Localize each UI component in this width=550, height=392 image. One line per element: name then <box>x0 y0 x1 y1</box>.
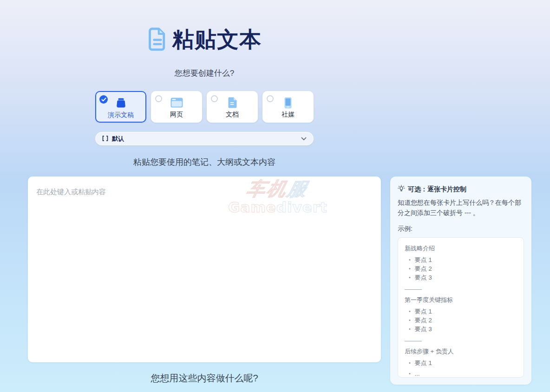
radio-unselected-icon <box>211 95 218 102</box>
action-question-label: 您想用这些内容做什么呢? <box>28 372 381 385</box>
example-bullet: •要点 1 <box>405 307 517 316</box>
example-bullet: •要点 2 <box>405 264 517 273</box>
paste-document-icon <box>147 27 168 53</box>
example-bullet: •要点 3 <box>405 325 517 333</box>
page-title: 粘贴文本 <box>172 25 262 54</box>
bullet-icon: • <box>409 307 411 316</box>
browser-icon <box>170 97 183 109</box>
radio-unselected-icon <box>155 95 162 102</box>
example-label: 示例: <box>398 225 524 233</box>
tips-body-text: 知道您想在每张卡片上写什么吗？在每个部分之间添加三个破折号 --- 。 <box>398 198 524 218</box>
bullet-icon: • <box>409 264 411 273</box>
format-card-social[interactable]: 社媒 <box>262 91 314 123</box>
template-select[interactable]: 默认 <box>95 132 314 145</box>
example-bullet: •要点 1 <box>405 359 517 367</box>
radio-unselected-icon <box>267 95 274 102</box>
paste-editor-panel: 车机服 Gamedivert <box>28 176 381 362</box>
bullet-icon: • <box>409 325 411 333</box>
example-divider: ——— <box>405 286 517 292</box>
example-card: 新战略介绍 •要点 1 •要点 2 •要点 3 ——— 第一季度关键指标 •要点… <box>398 237 524 378</box>
tips-title: 可选：逐张卡片控制 <box>408 185 466 194</box>
example-heading: 新战略介绍 <box>405 244 517 252</box>
format-card-presentation[interactable]: 演示文稿 <box>95 91 146 123</box>
brackets-icon <box>102 135 108 143</box>
example-bullet: •要点 2 <box>405 316 517 325</box>
page-header: 粘贴文本 <box>28 25 381 54</box>
format-card-document[interactable]: 文档 <box>207 91 258 123</box>
format-card-label: 社媒 <box>282 111 295 119</box>
document-icon <box>228 97 237 109</box>
format-card-webpage[interactable]: 网页 <box>151 91 202 123</box>
tips-header: 可选：逐张卡片控制 <box>398 185 524 194</box>
lightbulb-icon <box>398 185 405 194</box>
bullet-icon: • <box>409 273 411 282</box>
chevron-down-icon <box>301 137 307 141</box>
example-bullet: •要点 3 <box>405 273 517 282</box>
template-select-value: 默认 <box>112 135 124 143</box>
format-card-label: 文档 <box>226 111 239 119</box>
paste-text-page: 粘贴文本 您想要创建什么? 演示文稿 <box>0 0 550 392</box>
format-option-group: 演示文稿 网页 文档 <box>95 91 314 123</box>
paste-textarea[interactable] <box>28 176 381 362</box>
format-card-label: 网页 <box>170 111 183 119</box>
bullet-icon: • <box>409 359 411 367</box>
example-divider: ——— <box>405 338 517 344</box>
example-heading: 后续步骤 + 负责人 <box>405 347 517 355</box>
presentation-icon <box>115 97 127 109</box>
bullet-icon: • <box>409 255 411 264</box>
example-bullet: •... <box>405 369 517 378</box>
format-card-label: 演示文稿 <box>108 111 134 119</box>
phone-icon <box>284 97 292 109</box>
selected-check-icon <box>99 95 108 104</box>
example-bullet: •要点 1 <box>405 255 517 264</box>
bullet-icon: • <box>409 316 411 325</box>
example-heading: 第一季度关键指标 <box>405 296 517 304</box>
paste-instruction-label: 粘贴您要使用的笔记、大纲或文本内容 <box>28 157 381 168</box>
bullet-icon: • <box>409 369 411 378</box>
create-question-label: 您想要创建什么? <box>28 68 381 78</box>
tips-panel: 可选：逐张卡片控制 知道您想在每张卡片上写什么吗？在每个部分之间添加三个破折号 … <box>390 176 531 385</box>
